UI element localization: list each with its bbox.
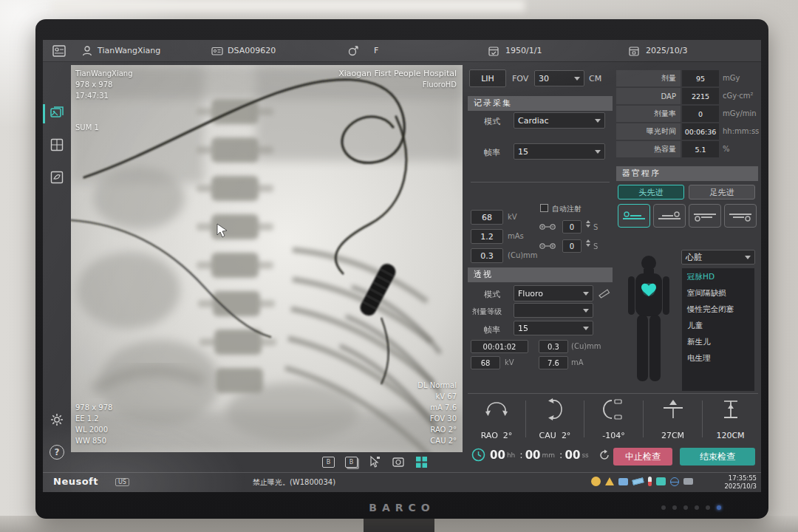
gantry-readouts: RAO2° CAU2° -104° 27CM 120CM <box>468 395 758 443</box>
system-date: 2025/10/3 <box>724 482 757 491</box>
program-item[interactable]: 慢性完全闭塞 <box>682 301 754 317</box>
fluoro-time-value: 00:01:02 <box>471 340 528 353</box>
wall-highlight <box>52 0 525 12</box>
fluoro-fps-select[interactable]: 15 <box>514 321 593 335</box>
postprocess-tab-icon[interactable] <box>50 170 64 185</box>
inject-delay-1[interactable]: 0 <box>562 220 582 233</box>
head-first-button[interactable]: 头先进 <box>618 185 684 200</box>
layout-grid-icon[interactable] <box>415 456 428 468</box>
osd-button[interactable] <box>672 505 677 510</box>
patient-position-icon <box>727 208 754 223</box>
fluoro-image-viewport[interactable]: TianWangXiang 978 x 978 17:47:31 SUM 1 X… <box>71 65 463 452</box>
birthdate-calendar-icon <box>488 45 499 57</box>
monitor-osd-buttons[interactable] <box>661 505 721 510</box>
images-tab-icon[interactable] <box>50 105 64 120</box>
lih-button[interactable]: LIH <box>469 69 506 87</box>
body-map[interactable] <box>619 253 678 393</box>
help-icon[interactable]: ? <box>50 445 64 460</box>
auto-inject-label: 自动注射 <box>552 204 582 214</box>
record-kv-unit: kV <box>508 213 517 221</box>
fluoro-fps-value: 15 <box>518 324 528 333</box>
brightness-icon[interactable] <box>591 477 601 486</box>
program-item[interactable]: 新生儿 <box>682 333 754 349</box>
gantry-angle-cell: -104° <box>584 395 643 443</box>
position-prone-head-left-button[interactable] <box>689 204 721 228</box>
program-item[interactable]: 室间隔缺损 <box>682 284 754 301</box>
program-item[interactable]: 儿童 <box>682 317 754 333</box>
application-window: TianWangXiang DSA009620 F 1950/1/1 2025/… <box>43 40 761 492</box>
divider <box>468 393 758 394</box>
dose-row-unit: % <box>723 145 730 153</box>
pointer-tool-icon[interactable] <box>368 455 381 468</box>
timer-seconds-unit: ss <box>582 451 588 459</box>
position-supine-head-left-button[interactable] <box>618 204 650 228</box>
organ-section-header: 器官程序 <box>616 166 758 181</box>
patient-name: TianWangXiang <box>98 46 160 55</box>
program-item[interactable]: 电生理 <box>682 349 754 366</box>
overlay-bottom-left: 978 x 978 EE 1.2 WL 2000 WW 850 <box>75 402 112 446</box>
system-clock: 17:35:55 2025/10/3 <box>724 474 757 491</box>
fov-select[interactable]: 30 <box>534 70 584 86</box>
network-globe-icon[interactable] <box>670 477 679 486</box>
fov-unit: CM <box>589 74 601 83</box>
overlay-bottom-right: DL Normal kV 67 mA 7.6 FOV 30 RAO 2° CAU… <box>417 380 457 446</box>
fluoro-mode-select[interactable]: Fluoro <box>514 285 593 301</box>
position-supine-head-right-button[interactable] <box>653 204 686 228</box>
vendor-logo: Neusoft <box>53 476 98 487</box>
language-indicator[interactable]: US <box>115 478 129 486</box>
overlay-line: WW 850 <box>75 435 112 446</box>
dose-level-select[interactable] <box>514 303 593 318</box>
worklist-icon[interactable] <box>52 44 66 58</box>
timer-reset-icon[interactable] <box>598 449 610 461</box>
osd-button[interactable] <box>661 505 666 510</box>
fluoro-fps-label: 帧率 <box>484 324 500 335</box>
injector-b-icon <box>539 241 558 251</box>
fov-label: FOV <box>512 74 528 83</box>
overlay-line: mA 7.6 <box>417 402 457 413</box>
record-mode-select[interactable]: Cardiac <box>514 112 605 129</box>
gear-icon[interactable] <box>50 412 64 427</box>
auto-inject-checkbox[interactable] <box>540 204 548 212</box>
dose-row-label: DAP <box>616 88 681 104</box>
dose-row-unit: mGy <box>723 74 740 82</box>
dose-row-unit: hh:mm:ss <box>723 127 759 135</box>
layers-icon[interactable] <box>656 477 666 485</box>
record-mas-unit: mAs <box>508 232 524 240</box>
spinner-1[interactable] <box>586 220 590 228</box>
record-kv-value: 68 <box>471 210 503 225</box>
overlay-line: DL Normal <box>417 380 457 391</box>
gantry-label: CAU <box>539 431 556 440</box>
timer-minutes: 00 <box>525 449 541 462</box>
feet-first-button[interactable]: 足先进 <box>689 185 755 200</box>
layout-tab-icon[interactable] <box>50 137 64 152</box>
end-exam-button[interactable]: 结束检查 <box>680 448 755 466</box>
warning-icon[interactable] <box>605 477 614 485</box>
spinner-2[interactable] <box>586 239 590 247</box>
abort-exam-button[interactable]: 中止检查 <box>613 448 672 466</box>
fluoro-mode-label: 模式 <box>484 289 500 300</box>
chevron-down-icon <box>595 150 601 154</box>
organ-select[interactable]: 心脏 <box>681 250 755 265</box>
record-fps-select[interactable]: 15 <box>514 143 605 160</box>
thermometer-icon[interactable] <box>648 477 652 486</box>
ruler-icon[interactable] <box>632 477 644 485</box>
store-image-icon[interactable]: B <box>322 457 335 468</box>
osd-button[interactable] <box>706 505 710 510</box>
printer-icon[interactable] <box>618 478 628 485</box>
acquisition-panel: LIH FOV 30 CM 记录采集 模式 Cardiac 帧率 15 68 k… <box>468 65 613 412</box>
gantry-rao-cell: RAO2° <box>468 395 525 443</box>
inject-delay-2[interactable]: 0 <box>562 239 582 253</box>
osd-button[interactable] <box>695 505 699 510</box>
chevron-down-icon <box>583 309 589 313</box>
workstation-icon[interactable] <box>683 478 693 485</box>
snapshot-icon[interactable] <box>392 455 405 468</box>
store-loop-icon[interactable]: B <box>345 457 358 468</box>
position-prone-head-right-button[interactable] <box>724 204 757 228</box>
table-column-icon <box>718 398 743 421</box>
patient-position-icon <box>656 208 683 223</box>
inject-unit-1: S <box>593 223 598 231</box>
osd-button[interactable] <box>683 505 688 510</box>
program-item[interactable]: 冠脉HD <box>682 268 754 284</box>
left-toolbar <box>43 63 71 492</box>
patient-gender: F <box>374 46 378 55</box>
